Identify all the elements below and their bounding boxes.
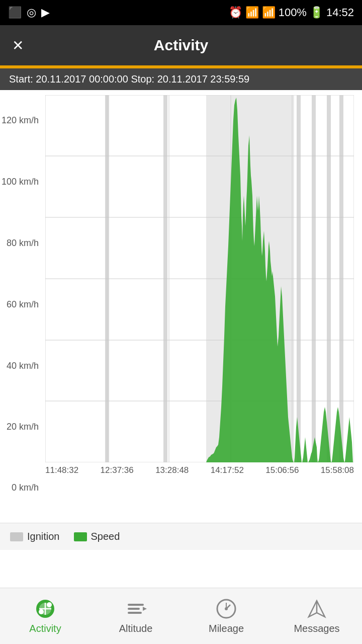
svg-line-33	[226, 605, 230, 609]
y-axis-labels: 120 km/h 100 km/h 80 km/h 60 km/h 40 km/…	[0, 95, 43, 488]
x-label-1: 12:37:36	[101, 465, 134, 475]
y-label-80: 80 km/h	[7, 238, 39, 249]
nav-label-activity: Activity	[29, 623, 61, 634]
nav-label-messages: Messages	[294, 623, 339, 634]
x-label-0: 11:48:32	[45, 465, 78, 475]
date-range-text: Start: 20.11.2017 00:00:00 Stop: 20.11.2…	[9, 73, 249, 85]
date-range-bar: Start: 20.11.2017 00:00:00 Stop: 20.11.2…	[0, 68, 362, 90]
signal-icon: 📶	[262, 6, 276, 19]
battery-percent: 100%	[279, 6, 307, 19]
ignition-legend-label: Ignition	[27, 531, 60, 542]
y-label-120: 120 km/h	[2, 115, 39, 126]
x-axis-labels: 11:48:32 12:37:36 13:28:48 14:17:52 15:0…	[45, 462, 354, 488]
clock: 14:52	[326, 6, 354, 19]
x-label-4: 15:06:56	[265, 465, 299, 475]
svg-rect-19	[339, 95, 343, 462]
svg-rect-29	[128, 612, 142, 614]
svg-rect-28	[128, 608, 140, 610]
y-label-40: 40 km/h	[7, 361, 39, 371]
chart-svg	[45, 95, 354, 462]
play-icon: ▶	[41, 6, 50, 19]
svg-point-23	[47, 602, 52, 607]
nav-item-activity[interactable]: Activity	[0, 588, 90, 644]
mileage-icon	[215, 598, 237, 620]
bottom-nav: Activity Altitude Mileage Messages	[0, 588, 362, 644]
time-icon: ◎	[27, 6, 36, 19]
nav-label-altitude: Altitude	[119, 623, 153, 634]
battery-icon: 🔋	[310, 6, 323, 19]
header: ✕ Activity	[0, 25, 362, 65]
nav-item-altitude[interactable]: Altitude	[90, 588, 181, 644]
svg-rect-16	[297, 95, 301, 462]
ignition-swatch	[10, 532, 23, 541]
status-bar: ⬛ ◎ ▶ ⏰ 📶 📶 100% 🔋 14:52	[0, 0, 362, 25]
svg-rect-14	[163, 95, 167, 462]
y-label-60: 60 km/h	[7, 299, 39, 310]
svg-rect-27	[128, 604, 144, 606]
svg-marker-30	[143, 607, 147, 611]
x-label-5: 15:58:08	[321, 465, 354, 475]
y-label-20: 20 km/h	[7, 422, 39, 432]
speed-legend-label: Speed	[91, 531, 120, 542]
close-button[interactable]: ✕	[12, 37, 24, 54]
nav-item-mileage[interactable]: Mileage	[181, 588, 272, 644]
x-label-3: 14:17:52	[211, 465, 244, 475]
wifi-icon: 📶	[245, 6, 259, 19]
page-title: Activity	[154, 37, 208, 54]
speed-swatch	[74, 532, 87, 541]
alarm-icon: ⏰	[229, 6, 242, 19]
messages-icon	[306, 598, 328, 620]
altitude-icon	[125, 598, 147, 620]
svg-rect-18	[327, 95, 331, 462]
svg-rect-13	[105, 95, 109, 462]
svg-point-24	[39, 609, 44, 614]
y-label-100: 100 km/h	[2, 177, 39, 187]
status-left-icons: ⬛ ◎ ▶	[8, 6, 50, 19]
chart-inner: 11:48:32 12:37:36 13:28:48 14:17:52 15:0…	[45, 95, 354, 488]
activity-icon	[34, 598, 56, 620]
nav-label-mileage: Mileage	[209, 623, 244, 634]
status-right-info: ⏰ 📶 📶 100% 🔋 14:52	[229, 6, 354, 19]
svg-rect-17	[312, 95, 316, 462]
speed-legend-item: Speed	[74, 531, 120, 542]
ignition-legend-item: Ignition	[10, 531, 60, 542]
photo-icon: ⬛	[8, 6, 22, 19]
y-label-0: 0 km/h	[12, 482, 39, 493]
chart-container: 120 km/h 100 km/h 80 km/h 60 km/h 40 km/…	[0, 90, 362, 523]
nav-item-messages[interactable]: Messages	[272, 588, 362, 644]
x-label-2: 13:28:48	[155, 465, 189, 475]
chart-legend: Ignition Speed	[0, 523, 362, 550]
